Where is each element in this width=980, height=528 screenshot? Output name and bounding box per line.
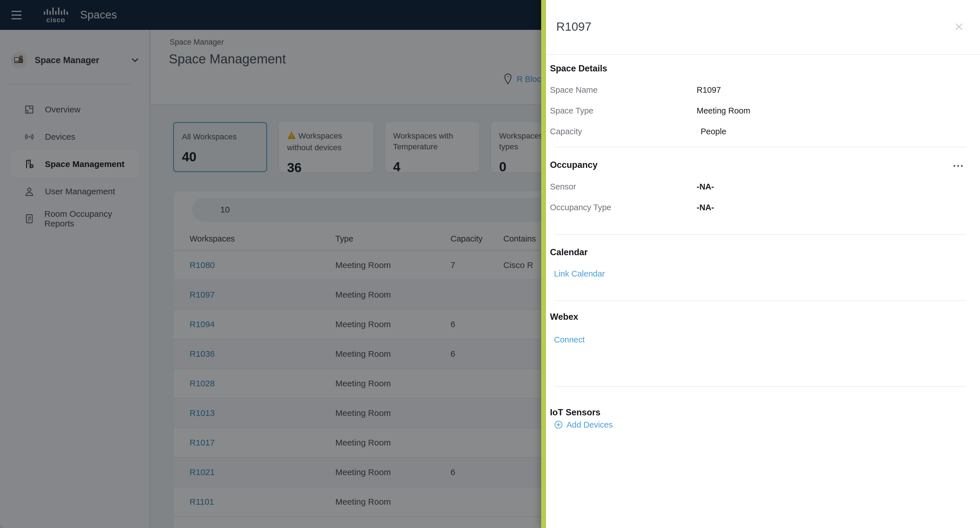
field-row: Capacity People (550, 127, 966, 136)
field-value: Meeting Room (697, 106, 750, 115)
plus-circle-icon (554, 420, 563, 429)
section-divider (555, 234, 966, 235)
space-details-drawer: R1097 Space Details Space Name R1097 Spa… (541, 0, 980, 528)
field-row: Space Name R1097 (550, 86, 966, 94)
occupancy-heading-text: Occupancy (550, 160, 597, 170)
drawer-body: Space Details Space Name R1097 Space Typ… (546, 64, 980, 431)
occupancy-heading: Occupancy ... (550, 160, 966, 170)
add-devices-link[interactable]: Add Devices (554, 420, 613, 429)
field-value: -NA- (697, 203, 714, 212)
drawer-header: R1097 (546, 0, 980, 55)
webex-heading: Webex (550, 312, 966, 322)
iot-sensors-heading: IoT Sensors (550, 407, 966, 418)
add-devices-label: Add Devices (566, 421, 613, 429)
field-row: Occupancy Type -NA- (550, 203, 966, 212)
calendar-heading: Calendar (550, 247, 966, 257)
link-calendar-link[interactable]: Link Calendar (554, 270, 605, 278)
section-divider (555, 300, 966, 301)
drawer-title: R1097 (556, 20, 592, 33)
field-row: Space Type Meeting Room (550, 106, 966, 115)
close-icon[interactable] (953, 21, 965, 33)
field-value: -NA- (697, 182, 714, 191)
field-label: Capacity (550, 127, 697, 136)
field-value: People (697, 127, 726, 136)
field-label: Space Type (550, 106, 697, 115)
field-label: Occupancy Type (550, 203, 697, 212)
field-label: Sensor (550, 182, 697, 191)
section-divider (555, 147, 966, 147)
section-divider (555, 386, 966, 387)
field-value: R1097 (697, 86, 721, 94)
ellipsis-menu-icon[interactable]: ... (953, 158, 964, 168)
webex-connect-link[interactable]: Connect (554, 335, 585, 344)
field-label: Space Name (550, 86, 697, 94)
space-details-heading: Space Details (550, 64, 966, 74)
field-row: Sensor -NA- (550, 182, 966, 191)
